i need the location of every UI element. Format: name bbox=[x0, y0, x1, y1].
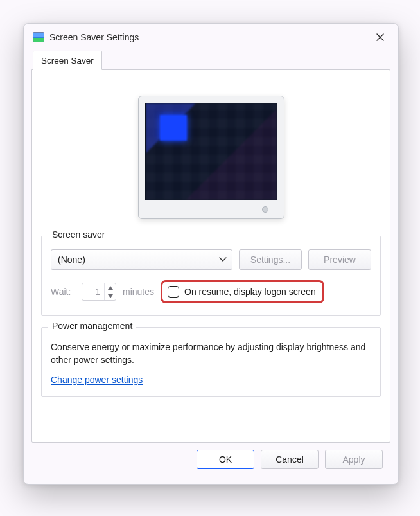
monitor-preview bbox=[138, 96, 284, 219]
screen-saver-row: (None) Settings... Preview bbox=[51, 249, 371, 270]
settings-button-label: Settings... bbox=[250, 254, 290, 265]
cancel-button[interactable]: Cancel bbox=[261, 450, 319, 469]
cancel-button-label: Cancel bbox=[276, 454, 304, 465]
preview-row bbox=[41, 79, 381, 224]
titlebar: Screen Saver Settings bbox=[24, 24, 398, 51]
preview-button-label: Preview bbox=[324, 254, 356, 265]
monitor-led-icon bbox=[262, 206, 268, 213]
tab-panel: Screen saver (None) Settings... Preview bbox=[31, 69, 390, 443]
change-power-settings-link[interactable]: Change power settings bbox=[51, 375, 143, 385]
close-icon bbox=[376, 33, 384, 41]
resume-checkbox[interactable] bbox=[168, 286, 179, 298]
content-area: Screen Saver Screen saver (Non bbox=[24, 51, 398, 484]
apply-button[interactable]: Apply bbox=[325, 450, 383, 469]
resume-highlight: On resume, display logon screen bbox=[161, 280, 324, 303]
wait-unit-label: minutes bbox=[123, 287, 154, 297]
power-management-legend: Power management bbox=[48, 321, 136, 331]
wait-row: Wait: minutes bbox=[51, 280, 371, 303]
monitor-base bbox=[145, 200, 277, 218]
screen-saver-legend: Screen saver bbox=[48, 229, 109, 240]
chevron-down-icon bbox=[219, 257, 227, 262]
wait-spinner[interactable] bbox=[82, 283, 116, 301]
ok-button-label: OK bbox=[219, 454, 232, 465]
screen-saver-group: Screen saver (None) Settings... Preview bbox=[41, 236, 381, 316]
window-title: Screen Saver Settings bbox=[49, 32, 139, 42]
screen-saver-select-value: (None) bbox=[58, 254, 85, 265]
preview-button[interactable]: Preview bbox=[308, 249, 371, 270]
wait-input[interactable] bbox=[82, 283, 104, 300]
resume-checkbox-label: On resume, display logon screen bbox=[184, 287, 316, 297]
screen-saver-settings-window: Screen Saver Settings Screen Saver bbox=[23, 23, 399, 485]
apply-button-label: Apply bbox=[342, 454, 365, 465]
power-management-group: Power management Conserve energy or maxi… bbox=[41, 327, 381, 397]
wait-label: Wait: bbox=[51, 287, 75, 297]
ok-button[interactable]: OK bbox=[197, 450, 254, 469]
tab-row: Screen Saver bbox=[31, 51, 390, 70]
wait-up-button[interactable] bbox=[105, 283, 116, 292]
chevron-up-icon bbox=[108, 286, 113, 290]
dialog-footer: OK Cancel Apply bbox=[31, 443, 390, 476]
wait-down-button[interactable] bbox=[105, 292, 116, 300]
settings-button[interactable]: Settings... bbox=[239, 249, 302, 270]
chevron-down-icon bbox=[108, 294, 113, 298]
monitor-screen bbox=[145, 103, 277, 200]
screen-saver-select[interactable]: (None) bbox=[51, 249, 232, 270]
close-button[interactable] bbox=[366, 27, 394, 48]
app-icon bbox=[33, 32, 44, 42]
tab-screen-saver[interactable]: Screen Saver bbox=[33, 51, 102, 70]
tab-label: Screen Saver bbox=[41, 56, 94, 66]
power-management-text: Conserve energy or maximize performance … bbox=[51, 341, 371, 367]
